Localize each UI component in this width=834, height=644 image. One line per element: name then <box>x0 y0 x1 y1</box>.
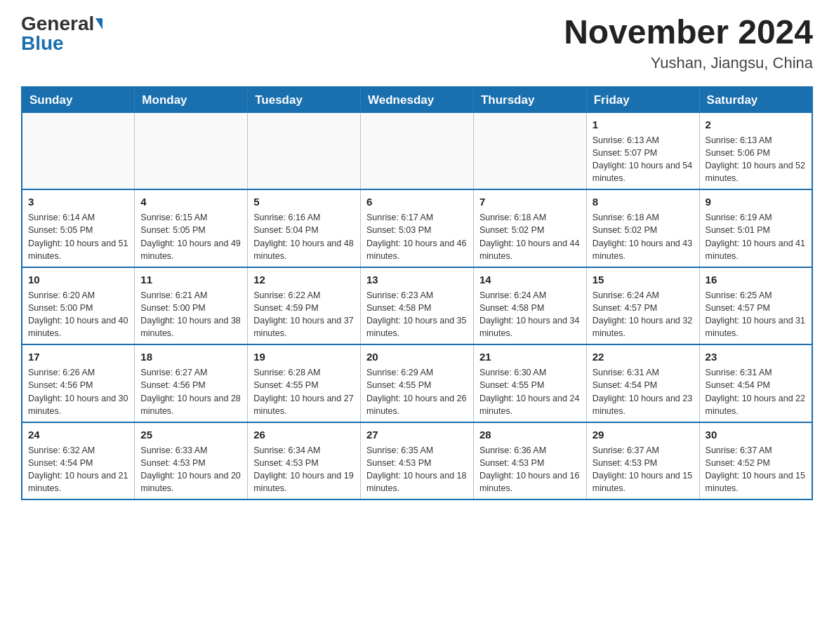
calendar-weekday-header: Friday <box>586 87 699 113</box>
calendar-day-cell: 12Sunrise: 6:22 AMSunset: 4:59 PMDayligh… <box>248 267 361 345</box>
day-info: Sunrise: 6:22 AMSunset: 4:59 PMDaylight:… <box>253 289 355 340</box>
day-info: Sunrise: 6:25 AMSunset: 4:57 PMDaylight:… <box>706 289 806 340</box>
calendar-day-cell <box>473 113 586 190</box>
calendar-weekday-header: Wednesday <box>361 87 474 113</box>
logo-blue: Blue <box>21 34 64 53</box>
day-info: Sunrise: 6:15 AMSunset: 5:05 PMDaylight:… <box>140 211 241 262</box>
day-number: 22 <box>593 349 694 364</box>
day-number: 14 <box>479 272 581 287</box>
day-info: Sunrise: 6:26 AMSunset: 4:56 PMDaylight:… <box>28 366 128 417</box>
calendar-day-cell: 8Sunrise: 6:18 AMSunset: 5:02 PMDaylight… <box>586 189 699 267</box>
calendar-day-cell: 14Sunrise: 6:24 AMSunset: 4:58 PMDayligh… <box>473 267 586 345</box>
day-info: Sunrise: 6:37 AMSunset: 4:52 PMDaylight:… <box>706 444 806 495</box>
calendar-day-cell <box>22 113 135 190</box>
logo-general: General <box>21 14 94 34</box>
calendar-week-row: 3Sunrise: 6:14 AMSunset: 5:05 PMDaylight… <box>22 189 812 267</box>
day-info: Sunrise: 6:30 AMSunset: 4:55 PMDaylight:… <box>479 366 581 417</box>
day-number: 26 <box>253 427 355 442</box>
calendar-day-cell: 25Sunrise: 6:33 AMSunset: 4:53 PMDayligh… <box>135 422 248 500</box>
day-info: Sunrise: 6:23 AMSunset: 4:58 PMDaylight:… <box>366 289 468 340</box>
page-subtitle: Yushan, Jiangsu, China <box>564 54 813 72</box>
calendar-week-row: 10Sunrise: 6:20 AMSunset: 5:00 PMDayligh… <box>22 267 812 345</box>
calendar-day-cell: 23Sunrise: 6:31 AMSunset: 4:54 PMDayligh… <box>699 344 812 422</box>
day-info: Sunrise: 6:35 AMSunset: 4:53 PMDaylight:… <box>366 444 468 495</box>
day-info: Sunrise: 6:17 AMSunset: 5:03 PMDaylight:… <box>366 211 468 262</box>
page-title: November 2024 <box>564 14 813 51</box>
day-info: Sunrise: 6:18 AMSunset: 5:02 PMDaylight:… <box>593 211 694 262</box>
day-number: 1 <box>593 117 694 132</box>
day-number: 2 <box>706 117 806 132</box>
calendar-day-cell: 30Sunrise: 6:37 AMSunset: 4:52 PMDayligh… <box>699 422 812 500</box>
day-info: Sunrise: 6:27 AMSunset: 4:56 PMDaylight:… <box>140 366 241 417</box>
page-header: General Blue November 2024 Yushan, Jiang… <box>21 14 813 72</box>
day-info: Sunrise: 6:24 AMSunset: 4:57 PMDaylight:… <box>593 289 694 340</box>
calendar-header-row: SundayMondayTuesdayWednesdayThursdayFrid… <box>22 87 812 113</box>
calendar-day-cell: 28Sunrise: 6:36 AMSunset: 4:53 PMDayligh… <box>473 422 586 500</box>
calendar-week-row: 17Sunrise: 6:26 AMSunset: 4:56 PMDayligh… <box>22 344 812 422</box>
calendar-weekday-header: Saturday <box>699 87 812 113</box>
calendar-day-cell: 17Sunrise: 6:26 AMSunset: 4:56 PMDayligh… <box>22 344 135 422</box>
calendar-day-cell: 4Sunrise: 6:15 AMSunset: 5:05 PMDaylight… <box>135 189 248 267</box>
day-info: Sunrise: 6:14 AMSunset: 5:05 PMDaylight:… <box>28 211 128 262</box>
title-block: November 2024 Yushan, Jiangsu, China <box>564 14 813 72</box>
calendar-week-row: 1Sunrise: 6:13 AMSunset: 5:07 PMDaylight… <box>22 113 812 190</box>
day-number: 10 <box>28 272 128 287</box>
day-number: 4 <box>140 194 241 209</box>
calendar-day-cell: 19Sunrise: 6:28 AMSunset: 4:55 PMDayligh… <box>248 344 361 422</box>
calendar-day-cell: 24Sunrise: 6:32 AMSunset: 4:54 PMDayligh… <box>22 422 135 500</box>
day-info: Sunrise: 6:21 AMSunset: 5:00 PMDaylight:… <box>140 289 241 340</box>
day-number: 23 <box>706 349 806 364</box>
calendar-day-cell: 7Sunrise: 6:18 AMSunset: 5:02 PMDaylight… <box>473 189 586 267</box>
calendar-day-cell: 5Sunrise: 6:16 AMSunset: 5:04 PMDaylight… <box>248 189 361 267</box>
day-number: 19 <box>253 349 355 364</box>
calendar-day-cell: 27Sunrise: 6:35 AMSunset: 4:53 PMDayligh… <box>361 422 474 500</box>
day-info: Sunrise: 6:34 AMSunset: 4:53 PMDaylight:… <box>253 444 355 495</box>
day-info: Sunrise: 6:29 AMSunset: 4:55 PMDaylight:… <box>366 366 468 417</box>
calendar-day-cell: 11Sunrise: 6:21 AMSunset: 5:00 PMDayligh… <box>135 267 248 345</box>
day-info: Sunrise: 6:31 AMSunset: 4:54 PMDaylight:… <box>706 366 806 417</box>
day-info: Sunrise: 6:32 AMSunset: 4:54 PMDaylight:… <box>28 444 128 495</box>
calendar-weekday-header: Thursday <box>473 87 586 113</box>
calendar-day-cell: 9Sunrise: 6:19 AMSunset: 5:01 PMDaylight… <box>699 189 812 267</box>
calendar-day-cell: 16Sunrise: 6:25 AMSunset: 4:57 PMDayligh… <box>699 267 812 345</box>
calendar-table: SundayMondayTuesdayWednesdayThursdayFrid… <box>21 86 813 501</box>
day-number: 13 <box>366 272 468 287</box>
calendar-day-cell: 22Sunrise: 6:31 AMSunset: 4:54 PMDayligh… <box>586 344 699 422</box>
calendar-day-cell: 18Sunrise: 6:27 AMSunset: 4:56 PMDayligh… <box>135 344 248 422</box>
day-info: Sunrise: 6:28 AMSunset: 4:55 PMDaylight:… <box>253 366 355 417</box>
day-number: 9 <box>706 194 806 209</box>
logo: General Blue <box>21 14 102 53</box>
day-number: 24 <box>28 427 128 442</box>
day-info: Sunrise: 6:24 AMSunset: 4:58 PMDaylight:… <box>479 289 581 340</box>
day-number: 17 <box>28 349 128 364</box>
day-info: Sunrise: 6:13 AMSunset: 5:06 PMDaylight:… <box>706 134 806 185</box>
day-number: 29 <box>593 427 694 442</box>
day-number: 28 <box>479 427 581 442</box>
calendar-day-cell: 20Sunrise: 6:29 AMSunset: 4:55 PMDayligh… <box>361 344 474 422</box>
calendar-day-cell <box>361 113 474 190</box>
calendar-day-cell <box>248 113 361 190</box>
calendar-weekday-header: Monday <box>135 87 248 113</box>
day-info: Sunrise: 6:36 AMSunset: 4:53 PMDaylight:… <box>479 444 581 495</box>
day-info: Sunrise: 6:20 AMSunset: 5:00 PMDaylight:… <box>28 289 128 340</box>
calendar-day-cell: 10Sunrise: 6:20 AMSunset: 5:00 PMDayligh… <box>22 267 135 345</box>
day-info: Sunrise: 6:18 AMSunset: 5:02 PMDaylight:… <box>479 211 581 262</box>
day-info: Sunrise: 6:37 AMSunset: 4:53 PMDaylight:… <box>593 444 694 495</box>
day-number: 20 <box>366 349 468 364</box>
calendar-day-cell: 1Sunrise: 6:13 AMSunset: 5:07 PMDaylight… <box>586 113 699 190</box>
calendar-weekday-header: Sunday <box>22 87 135 113</box>
calendar-day-cell: 2Sunrise: 6:13 AMSunset: 5:06 PMDaylight… <box>699 113 812 190</box>
day-number: 15 <box>593 272 694 287</box>
calendar-day-cell: 6Sunrise: 6:17 AMSunset: 5:03 PMDaylight… <box>361 189 474 267</box>
calendar-day-cell: 13Sunrise: 6:23 AMSunset: 4:58 PMDayligh… <box>361 267 474 345</box>
day-number: 5 <box>253 194 355 209</box>
calendar-day-cell: 26Sunrise: 6:34 AMSunset: 4:53 PMDayligh… <box>248 422 361 500</box>
day-number: 11 <box>140 272 241 287</box>
day-info: Sunrise: 6:33 AMSunset: 4:53 PMDaylight:… <box>140 444 241 495</box>
logo-triangle-icon <box>95 18 102 29</box>
day-info: Sunrise: 6:31 AMSunset: 4:54 PMDaylight:… <box>593 366 694 417</box>
calendar-day-cell: 21Sunrise: 6:30 AMSunset: 4:55 PMDayligh… <box>473 344 586 422</box>
day-number: 18 <box>140 349 241 364</box>
calendar-day-cell <box>135 113 248 190</box>
day-number: 16 <box>706 272 806 287</box>
